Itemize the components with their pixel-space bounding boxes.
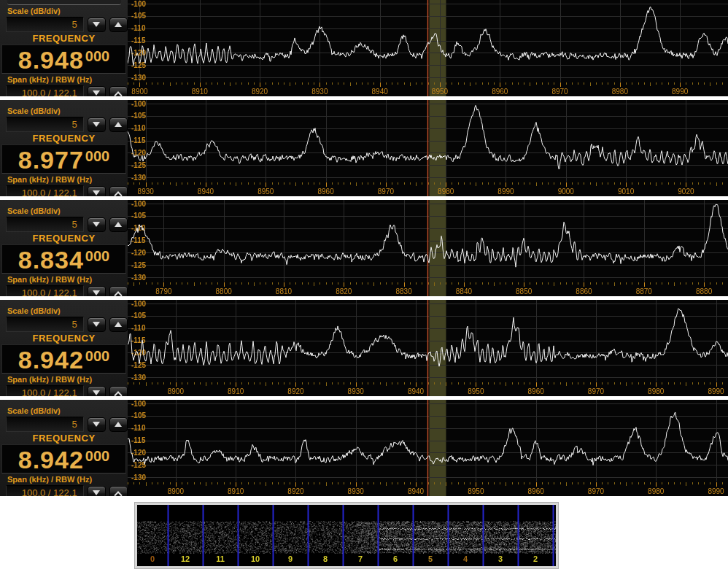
span-rbw-label: Span (kHz) / RBW (Hz) [0,175,128,184]
scale-input[interactable]: 5 [6,417,84,432]
frequency-hz[interactable]: 000 [85,145,109,167]
span-down-button[interactable] [88,386,106,397]
spectrum-display[interactable] [128,300,728,396]
span-down-button[interactable] [88,486,106,497]
frequency-label: FREQUENCY [0,34,128,43]
spectrum-display[interactable] [128,0,728,96]
scale-input[interactable]: 5 [6,217,84,232]
triangle-up-icon [115,322,122,327]
spectrum-display[interactable] [128,400,728,496]
span-rbw-input[interactable]: 100.0 / 122.1 [6,85,84,96]
scale-label: Scale (dB/div) [0,406,128,415]
frequency-hz[interactable]: 000 [85,45,109,67]
frequency-mhz[interactable]: 8.948 [18,45,84,74]
frequency-label: FREQUENCY [0,333,128,343]
span-rbw-value: 100.0 / 122.1 [22,287,77,296]
triangle-down-icon [93,490,100,495]
spectrum-panel-4: Scale (dB/div) 5 FREQUENCY 8.942000 Span… [0,300,728,396]
span-up-button[interactable] [109,486,128,497]
frequency-display[interactable]: 8.942000 [1,444,126,474]
scale-input[interactable]: 5 [6,17,84,32]
spectrum-display[interactable] [128,200,728,296]
frequency-mhz[interactable]: 8.977 [18,145,84,174]
scale-up-button[interactable] [109,417,128,432]
spectrum-display[interactable] [128,100,728,196]
scale-up-button[interactable] [109,217,128,232]
scale-down-button[interactable] [88,217,106,232]
span-rbw-value: 100.0 / 122.1 [22,188,77,196]
waterfall-display[interactable] [137,505,556,566]
scale-down-button[interactable] [88,18,106,32]
chevron-up-icon [115,191,123,196]
span-up-button[interactable] [109,386,128,397]
triangle-down-icon [93,290,100,295]
chevron-up-icon [115,491,123,496]
scale-up-button[interactable] [109,317,128,332]
span-rbw-input[interactable]: 100.0 / 122.1 [6,185,84,196]
triangle-down-icon [93,22,100,27]
scale-label: Scale (dB/div) [0,7,128,15]
span-rbw-input[interactable]: 100.0 / 122.1 [6,285,84,296]
triangle-up-icon [115,222,122,227]
spectrum-panel-1: Scale (dB/div) 5 FREQUENCY 8.948000 Span… [0,0,728,96]
scale-label: Scale (dB/div) [0,107,128,115]
span-rbw-value: 100.0 / 122.1 [22,487,77,496]
spectrum-panel-5: Scale (dB/div) 5 FREQUENCY 8.942000 Span… [0,400,728,496]
scale-up-button[interactable] [109,18,128,32]
control-column: Scale (dB/div) 5 FREQUENCY 8.977000 Span… [0,100,128,196]
frequency-hz[interactable]: 000 [85,445,109,467]
span-rbw-label: Span (kHz) / RBW (Hz) [0,275,128,284]
triangle-down-icon [93,90,100,96]
scale-input[interactable]: 5 [6,317,84,332]
frequency-display[interactable]: 8.834000 [1,244,126,274]
span-up-button[interactable] [109,286,128,297]
spectrum-panel-2: Scale (dB/div) 5 FREQUENCY 8.977000 Span… [0,100,728,196]
frequency-hz[interactable]: 000 [85,345,109,367]
span-down-button[interactable] [88,286,106,297]
frequency-label: FREQUENCY [0,433,128,443]
triangle-up-icon [115,122,122,127]
span-rbw-value: 100.0 / 122.1 [22,88,77,96]
span-rbw-input[interactable]: 100.0 / 122.1 [6,485,84,496]
control-column: Scale (dB/div) 5 FREQUENCY 8.942000 Span… [0,300,128,396]
triangle-down-icon [93,122,100,127]
span-down-button[interactable] [88,86,106,97]
frequency-label: FREQUENCY [0,233,128,243]
span-rbw-label: Span (kHz) / RBW (Hz) [0,475,128,484]
spectrum-panel-3: Scale (dB/div) 5 FREQUENCY 8.834000 Span… [0,200,728,296]
triangle-down-icon [93,222,100,227]
scale-value: 5 [71,119,77,130]
triangle-down-icon [93,390,100,395]
frequency-display[interactable]: 8.948000 [1,45,126,74]
span-up-button[interactable] [109,86,128,97]
scale-down-button[interactable] [88,417,106,432]
span-rbw-value: 100.0 / 122.1 [22,387,77,396]
chevron-up-icon [115,91,123,96]
scale-input[interactable]: 5 [6,117,84,132]
span-rbw-input[interactable]: 100.0 / 122.1 [6,385,84,396]
scale-value: 5 [71,419,77,430]
span-rbw-label: Span (kHz) / RBW (Hz) [0,75,128,84]
scale-down-button[interactable] [88,117,106,132]
scale-up-button[interactable] [109,117,128,132]
frequency-hz[interactable]: 000 [85,245,109,267]
scale-label: Scale (dB/div) [0,306,128,315]
frequency-mhz[interactable]: 8.834 [18,245,84,274]
frequency-display[interactable]: 8.942000 [1,344,126,374]
span-up-button[interactable] [109,186,128,197]
triangle-up-icon [115,422,122,427]
control-column: Scale (dB/div) 5 FREQUENCY 8.948000 Span… [0,0,128,96]
frequency-mhz[interactable]: 8.942 [18,445,84,474]
span-down-button[interactable] [88,186,106,197]
frequency-mhz[interactable]: 8.942 [18,345,84,374]
span-rbw-label: Span (kHz) / RBW (Hz) [0,375,128,384]
frequency-display[interactable]: 8.977000 [1,144,126,174]
control-column: Scale (dB/div) 5 FREQUENCY 8.834000 Span… [0,200,128,296]
triangle-up-icon [115,22,122,27]
scanner-strip-frame [135,503,558,568]
control-column: Scale (dB/div) 5 FREQUENCY 8.942000 Span… [0,400,128,496]
scale-down-button[interactable] [88,317,106,332]
scale-value: 5 [71,319,77,330]
scale-value: 5 [71,219,77,230]
triangle-down-icon [93,322,100,327]
